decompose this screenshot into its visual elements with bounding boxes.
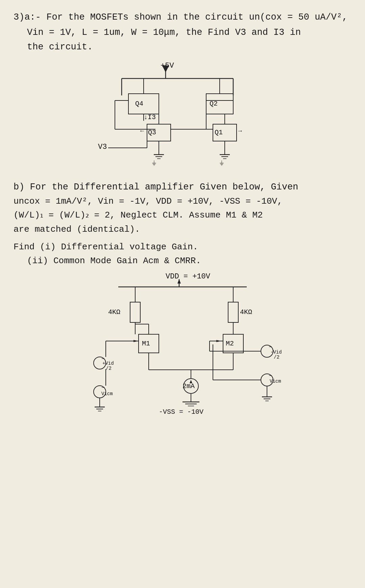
svg-text:Vicm: Vicm [270, 379, 281, 384]
svg-marker-63 [133, 340, 139, 342]
part-b-line3: are matched (identical). [14, 223, 351, 237]
circuit-svg-2: VDD = +10V 4KΩ 4KΩ M2 M1 [68, 272, 297, 421]
svg-text:Q2: Q2 [210, 100, 218, 108]
part-b-line2: (W/L)₁ = (W/L)₂ = 2, Neglect CLM. Assume… [14, 208, 351, 223]
svg-marker-73 [190, 380, 192, 383]
part-b-find2: (ii) Common Mode Gain Acm & CMRR. [27, 254, 351, 268]
part-b-text: b) For the Differential amplifier Given … [14, 180, 351, 268]
part-a-line1: 3)a:- For the MOSFETs shown in the circu… [14, 10, 351, 25]
svg-text:⏚: ⏚ [152, 159, 156, 167]
svg-text:M2: M2 [226, 340, 234, 347]
svg-text:/2: /2 [274, 355, 279, 360]
svg-text:Vicm: Vicm [101, 391, 113, 397]
svg-text:←: ← [140, 128, 144, 134]
circuit-svg-1: +5V Q4 ↓I3 Q2 Q3 ← Q1 [88, 62, 277, 170]
svg-text:→: → [238, 128, 242, 134]
part-a-text: 3)a:- For the MOSFETs shown in the circu… [14, 10, 351, 55]
svg-text:-VSS = -10V: -VSS = -10V [159, 408, 203, 416]
svg-text:/2: /2 [106, 366, 112, 371]
svg-text:Q3: Q3 [148, 129, 156, 136]
part-b-find1: Find (i) Differential voltage Gain. [14, 240, 351, 254]
svg-rect-53 [228, 302, 238, 322]
svg-marker-59 [216, 340, 221, 342]
svg-text:+Vid: +Vid [102, 361, 114, 366]
svg-text:M1: M1 [142, 340, 150, 347]
svg-rect-6 [128, 94, 159, 114]
svg-text:VDD = +10V: VDD = +10V [166, 272, 211, 281]
svg-text:2mA: 2mA [182, 382, 195, 390]
svg-text:~: ~ [101, 385, 105, 391]
page: 3)a:- For the MOSFETs shown in the circu… [0, 0, 365, 588]
svg-text:4KΩ: 4KΩ [108, 308, 120, 316]
svg-text:4KΩ: 4KΩ [240, 308, 252, 316]
part-a-line3: the circuit. [27, 40, 351, 54]
svg-text:+5V: +5V [161, 62, 174, 70]
part-a-line2: Vin = 1V, L = 1um, W = 10μm, the Find V3… [27, 25, 351, 40]
svg-text:⏚: ⏚ [220, 159, 224, 167]
svg-text:↓I3: ↓I3 [144, 113, 156, 121]
svg-text:V3: V3 [98, 143, 107, 151]
part-b-title: b) For the Differential amplifier Given … [14, 180, 351, 195]
svg-rect-49 [130, 302, 140, 322]
svg-text:Q1: Q1 [215, 129, 223, 136]
circuit-diagram-2: VDD = +10V 4KΩ 4KΩ M2 M1 [14, 272, 351, 421]
svg-text:-Vid: -Vid [270, 349, 282, 355]
circuit-diagram-1: +5V Q4 ↓I3 Q2 Q3 ← Q1 [14, 62, 351, 170]
svg-text:Q4: Q4 [135, 100, 143, 108]
part-b-line1: uncox = 1mA/V², Vin = -1V, VDD = +10V, -… [14, 195, 351, 209]
